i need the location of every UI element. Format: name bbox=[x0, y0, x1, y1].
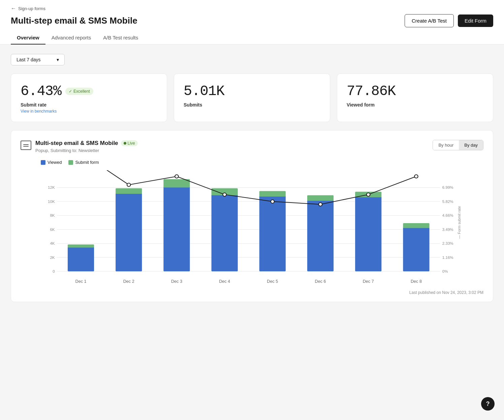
svg-text:— Form submit rate: — Form submit rate bbox=[457, 206, 461, 239]
svg-rect-29 bbox=[163, 179, 190, 188]
page-title: Multi-step email & SMS Mobile bbox=[11, 16, 137, 26]
submit-rate-label: Submit rate bbox=[21, 102, 157, 108]
legend-submit-label: Submit form bbox=[75, 160, 99, 165]
svg-text:3.49%: 3.49% bbox=[442, 228, 453, 232]
svg-text:0: 0 bbox=[53, 269, 55, 273]
live-dot-icon bbox=[124, 142, 126, 145]
submits-label: Submits bbox=[184, 102, 320, 108]
legend-viewed-label: Viewed bbox=[48, 160, 62, 165]
svg-point-50 bbox=[271, 200, 275, 203]
svg-text:4.66%: 4.66% bbox=[442, 214, 453, 218]
submits-value: 5.01K bbox=[184, 83, 224, 99]
svg-text:2.33%: 2.33% bbox=[442, 241, 453, 245]
svg-text:Dec 5: Dec 5 bbox=[267, 279, 278, 284]
viewed-label: Viewed form bbox=[347, 102, 483, 108]
tab-overview[interactable]: Overview bbox=[11, 31, 45, 44]
svg-text:5.82%: 5.82% bbox=[442, 200, 453, 204]
excellent-badge: ✓ Excellent bbox=[65, 88, 93, 95]
svg-text:4K: 4K bbox=[50, 241, 55, 245]
svg-text:0%: 0% bbox=[442, 269, 448, 273]
metrics-row: 6.43% ✓ Excellent Submit rate View in be… bbox=[11, 73, 493, 122]
svg-rect-23 bbox=[68, 244, 94, 247]
svg-rect-40 bbox=[355, 197, 381, 271]
submit-rate-value: 6.43% bbox=[21, 83, 61, 99]
edit-form-button[interactable]: Edit Form bbox=[458, 14, 493, 27]
svg-text:8K: 8K bbox=[50, 214, 55, 218]
svg-text:6K: 6K bbox=[50, 228, 55, 232]
svg-rect-38 bbox=[307, 195, 334, 201]
back-label: Sign-up forms bbox=[18, 6, 45, 11]
svg-rect-37 bbox=[307, 200, 334, 271]
viewed-value: 77.86K bbox=[347, 83, 396, 99]
tab-advanced-reports[interactable]: Advanced reports bbox=[45, 31, 97, 44]
check-icon: ✓ bbox=[69, 89, 72, 94]
tab-ab-test-results[interactable]: A/B Test results bbox=[97, 31, 144, 44]
svg-text:6.99%: 6.99% bbox=[442, 186, 453, 190]
svg-rect-25 bbox=[116, 193, 142, 271]
metric-card-submit-rate: 6.43% ✓ Excellent Submit rate View in be… bbox=[11, 73, 167, 122]
chart-legend: Viewed Submit form bbox=[41, 160, 483, 165]
svg-rect-35 bbox=[259, 191, 286, 197]
svg-text:12K: 12K bbox=[48, 186, 55, 190]
svg-rect-28 bbox=[163, 187, 190, 271]
svg-rect-22 bbox=[68, 247, 94, 272]
chart-title: Multi-step email & SMS Mobile bbox=[35, 140, 118, 147]
svg-text:10K: 10K bbox=[48, 200, 55, 204]
svg-rect-34 bbox=[259, 196, 286, 271]
live-badge: Live bbox=[121, 140, 138, 146]
create-ab-test-button[interactable]: Create A/B Test bbox=[405, 14, 454, 27]
legend-submit-color bbox=[68, 160, 73, 165]
chevron-down-icon: ▾ bbox=[57, 57, 59, 62]
svg-point-47 bbox=[127, 183, 131, 186]
svg-text:2K: 2K bbox=[50, 256, 55, 260]
period-label: Last 7 days bbox=[17, 57, 41, 62]
period-dropdown[interactable]: Last 7 days ▾ bbox=[11, 54, 65, 65]
svg-rect-43 bbox=[403, 228, 429, 272]
svg-point-52 bbox=[367, 193, 370, 196]
svg-point-48 bbox=[175, 175, 179, 178]
help-button[interactable]: ? bbox=[481, 397, 495, 411]
legend-viewed-color bbox=[41, 160, 45, 165]
legend-submit-form: Submit form bbox=[68, 160, 99, 165]
svg-text:Dec 4: Dec 4 bbox=[219, 279, 230, 284]
legend-viewed: Viewed bbox=[41, 160, 62, 165]
back-link[interactable]: ← Sign-up forms bbox=[11, 5, 493, 11]
svg-text:Dec 8: Dec 8 bbox=[411, 279, 422, 284]
badge-label: Excellent bbox=[73, 89, 90, 94]
form-icon bbox=[21, 141, 31, 150]
svg-text:1.16%: 1.16% bbox=[442, 256, 453, 260]
svg-point-49 bbox=[223, 193, 226, 196]
svg-rect-31 bbox=[212, 194, 238, 271]
chart-area: 00%2K1.16%4K2.33%6K3.49%8K4.66%10K5.82%1… bbox=[37, 170, 463, 285]
back-arrow-icon: ← bbox=[11, 5, 16, 11]
metric-card-submits: 5.01K Submits bbox=[174, 73, 330, 122]
by-day-button[interactable]: By day bbox=[459, 140, 483, 150]
live-label: Live bbox=[128, 141, 135, 146]
svg-text:Dec 3: Dec 3 bbox=[171, 279, 182, 284]
svg-text:Dec 7: Dec 7 bbox=[363, 279, 374, 284]
view-toggle: By hour By day bbox=[433, 140, 483, 150]
chart-footer: Last published on Nov 24, 2023, 3:02 PM bbox=[21, 290, 483, 295]
title-buttons: Create A/B Test Edit Form bbox=[405, 14, 493, 27]
by-hour-button[interactable]: By hour bbox=[433, 140, 459, 150]
chart-title-area: Multi-step email & SMS Mobile Live Popup… bbox=[21, 140, 138, 153]
svg-text:Dec 1: Dec 1 bbox=[75, 279, 87, 284]
svg-text:Dec 2: Dec 2 bbox=[123, 279, 134, 284]
svg-text:Dec 6: Dec 6 bbox=[315, 279, 326, 284]
view-benchmarks-link[interactable]: View in benchmarks bbox=[21, 109, 157, 114]
svg-point-51 bbox=[319, 203, 322, 206]
svg-rect-26 bbox=[116, 188, 142, 194]
chart-card: Multi-step email & SMS Mobile Live Popup… bbox=[11, 130, 493, 302]
svg-point-53 bbox=[414, 175, 418, 178]
metric-card-viewed: 77.86K Viewed form bbox=[337, 73, 493, 122]
chart-subtitle: Popup, Submitting to: Newsletter bbox=[35, 148, 138, 153]
svg-rect-44 bbox=[403, 223, 429, 228]
tab-bar: Overview Advanced reports A/B Test resul… bbox=[11, 31, 493, 44]
